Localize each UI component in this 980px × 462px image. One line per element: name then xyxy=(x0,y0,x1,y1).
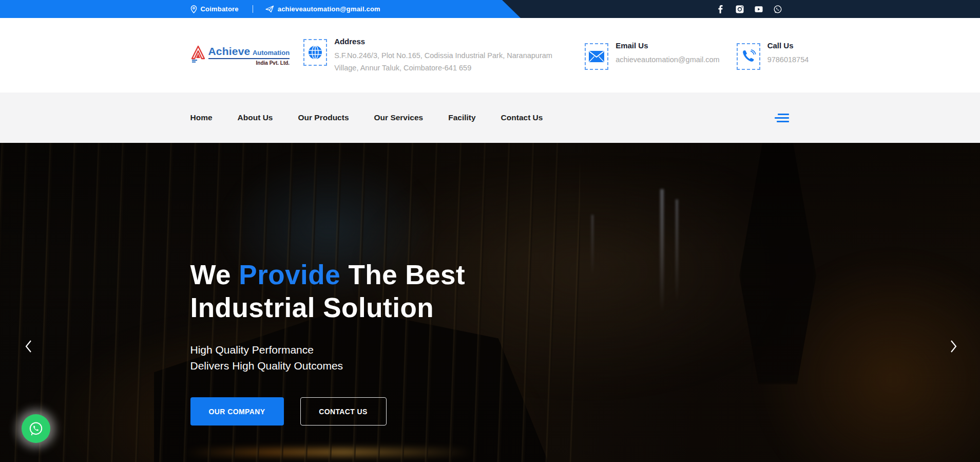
social-links xyxy=(717,5,790,13)
hamburger-line xyxy=(777,121,789,122)
hamburger-line xyxy=(775,117,789,119)
email-title: Email Us xyxy=(616,41,720,50)
topbar-email-link[interactable]: achieveautomation@gmail.com xyxy=(265,5,380,13)
nav-item-facility[interactable]: Facility xyxy=(448,113,475,122)
hero-slider: We Provide The Best Industrial Solution … xyxy=(0,143,980,462)
hero-heading: We Provide The Best Industrial Solution xyxy=(190,258,790,324)
address-line-2: Village, Annur Taluk, Coimbatore-641 659 xyxy=(334,62,566,74)
globe-icon xyxy=(303,39,327,66)
topbar-email-text: achieveautomation@gmail.com xyxy=(278,5,380,13)
logo-primary-text: Achieve xyxy=(208,45,251,57)
nav-item-our-products[interactable]: Our Products xyxy=(298,113,349,122)
logo-mark-icon xyxy=(190,45,206,64)
site-header: Achieve Automation India Pvt. Ltd. Addre… xyxy=(0,18,980,93)
phone-value-link[interactable]: 9786018754 xyxy=(767,53,809,66)
hero-subtitle-line2: Delivers High Quality Outcomes xyxy=(190,360,343,372)
nav-item-our-services[interactable]: Our Services xyxy=(374,113,424,122)
nav-item-about-us[interactable]: About Us xyxy=(238,113,273,122)
topbar-location-link[interactable]: Coimbatore xyxy=(190,5,239,13)
our-company-button[interactable]: OUR COMPANY xyxy=(190,397,284,426)
call-title: Call Us xyxy=(767,41,809,50)
address-block: Address S.F.No.246/3, Plot No.165, Codis… xyxy=(303,37,566,74)
hamburger-line xyxy=(778,114,789,115)
paper-plane-icon xyxy=(265,5,274,13)
instagram-icon[interactable] xyxy=(736,5,744,13)
address-title: Address xyxy=(334,37,566,46)
logo-secondary-text: Automation xyxy=(253,49,290,57)
topbar-separator xyxy=(253,5,253,13)
hero-subtitle-line1: High Quality Performance xyxy=(190,344,314,356)
carousel-prev-arrow[interactable] xyxy=(23,337,34,356)
email-block: Email Us achieveautomation@gmail.com xyxy=(585,41,720,70)
hero-heading-highlight: Provide xyxy=(239,260,340,290)
hero-heading-post: The Best xyxy=(348,260,465,290)
hero-subtitle: High Quality Performance Delivers High Q… xyxy=(190,342,790,374)
hero-heading-pre: We xyxy=(190,260,232,290)
nav-item-home[interactable]: Home xyxy=(190,113,213,122)
hero-buttons: OUR COMPANY CONTACT US xyxy=(190,397,790,426)
contact-us-button[interactable]: CONTACT US xyxy=(300,397,387,426)
topbar: Coimbatore achieveautomation@gmail.com xyxy=(0,0,980,18)
whatsapp-float-button[interactable] xyxy=(22,414,50,443)
nav-item-contact-us[interactable]: Contact Us xyxy=(501,113,543,122)
phone-icon xyxy=(737,43,760,70)
logo[interactable]: Achieve Automation India Pvt. Ltd. xyxy=(190,45,290,66)
topbar-location-text: Coimbatore xyxy=(201,5,239,13)
facebook-icon[interactable] xyxy=(717,5,725,13)
hamburger-menu-icon[interactable] xyxy=(774,110,790,125)
location-pin-icon xyxy=(190,5,197,13)
email-value-link[interactable]: achieveautomation@gmail.com xyxy=(616,53,720,66)
envelope-icon xyxy=(585,43,608,70)
carousel-next-arrow[interactable] xyxy=(948,337,959,356)
address-line-1: S.F.No.246/3, Plot No.165, Codissia Indu… xyxy=(334,49,566,62)
whatsapp-icon[interactable] xyxy=(774,5,782,13)
logo-text: Achieve Automation India Pvt. Ltd. xyxy=(208,45,290,66)
logo-tagline: India Pvt. Ltd. xyxy=(208,60,290,66)
whatsapp-icon xyxy=(28,420,44,437)
hero-heading-line2: Industrial Solution xyxy=(190,291,790,324)
main-navbar: Home About Us Our Products Our Services … xyxy=(0,93,980,143)
call-block: Call Us 9786018754 xyxy=(737,41,809,70)
youtube-icon[interactable] xyxy=(755,5,763,13)
